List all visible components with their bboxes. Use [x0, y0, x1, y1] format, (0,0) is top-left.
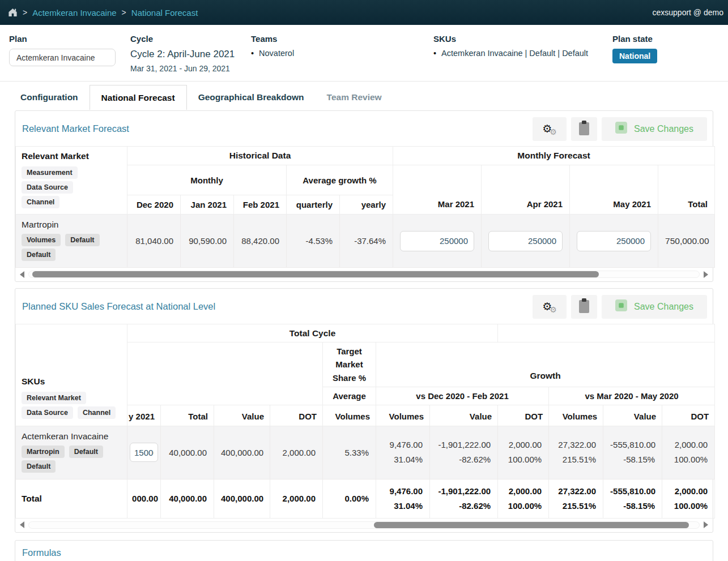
tag-measurement: Measurement — [22, 166, 78, 179]
planned-sku-forecast-table: SKUs Relevant Market Data SourceChannel … — [15, 324, 715, 519]
cell-g1-value: -1,901,222.00-82.62% — [430, 479, 498, 518]
entity-column-header: SKUs Relevant Market Data SourceChannel — [16, 324, 127, 426]
plan-select-input[interactable] — [9, 49, 116, 66]
cycle-date-range: Mar 31, 2021 - Jun 29, 2021 — [130, 64, 251, 73]
clipboard-button[interactable] — [571, 117, 597, 141]
scroll-right-arrow[interactable] — [704, 521, 708, 528]
save-changes-button[interactable]: Save Changes — [602, 295, 707, 319]
col-g2-dot: DOT — [662, 405, 715, 426]
forecast-input-apr-2021[interactable] — [488, 231, 563, 251]
panel-header: Relevant Market Forecast ⚙⚙ Save Changes — [15, 111, 713, 146]
col-yearly: yearly — [340, 195, 393, 215]
entity-header-title: SKUs — [22, 376, 121, 387]
breadcrumb-current-page[interactable]: National Forecast — [131, 8, 198, 18]
cell-forecast-total: 750,000.00 — [658, 215, 715, 268]
plan-summary-header: Plan Cycle Cycle 2: April-June 2021 Mar … — [0, 25, 728, 82]
sku-forecast-input-may-2021[interactable] — [130, 443, 158, 462]
panel-title: Relevant Market Forecast — [21, 123, 129, 134]
col-dot: DOT — [270, 405, 323, 426]
col-g1-volumes: Volumes — [376, 405, 430, 426]
scrollbar-thumb[interactable] — [374, 522, 689, 528]
settings-button[interactable]: ⚙⚙ — [533, 117, 567, 141]
entity-column-header: Relevant Market MeasurementData Source C… — [16, 147, 127, 215]
breadcrumb: > Actemkeran Invacaine > National Foreca… — [8, 8, 198, 18]
home-icon[interactable] — [8, 8, 18, 17]
tag-channel: Channel — [22, 196, 59, 208]
breadcrumb-plan-link[interactable]: Actemkeran Invacaine — [32, 8, 116, 18]
cell-value: 400,000.00 — [214, 426, 270, 479]
cell-jan-2021: 90,590.00 — [181, 215, 234, 268]
col-value: Value — [214, 405, 270, 426]
col-may-2021: May 2021 — [570, 165, 658, 215]
cell-growth-yearly: -37.64% — [340, 215, 393, 268]
panel-title: Planned SKU Sales Forecast at National L… — [21, 301, 215, 312]
tag-default: Default — [22, 460, 56, 473]
cell-dec-2020: 81,040.00 — [127, 215, 181, 268]
cycle-label: Cycle — [130, 34, 251, 44]
scroll-left-arrow[interactable] — [20, 271, 24, 278]
breadcrumb-separator: > — [122, 8, 126, 17]
cell-forecast-apr — [482, 215, 570, 268]
historical-data-group-header: Historical Data — [127, 147, 393, 165]
tab-geographical-breakdown[interactable]: Geographical Breakdown — [187, 85, 316, 110]
tag-volumes: Volumes — [22, 234, 61, 246]
monthly-forecast-group-header: Monthly Forecast — [393, 147, 715, 165]
tag-martropin: Martropin — [22, 446, 65, 458]
formulas-panel: Formulas Average Growthquarterly = ( Sal… — [15, 540, 713, 561]
cell-forecast-may — [570, 215, 658, 268]
clipboard-button[interactable] — [571, 295, 597, 319]
settings-button[interactable]: ⚙⚙ — [533, 295, 567, 319]
scroll-right-arrow[interactable] — [704, 271, 708, 278]
vs-dec-feb-header: vs Dec 2020 - Feb 2021 — [376, 387, 549, 405]
vs-mar-may-header: vs Mar 2020 - May 2020 — [549, 387, 715, 405]
cell-g2-volumes: 27,322.00215.51% — [549, 479, 603, 518]
col-jan-2021: Jan 2021 — [181, 195, 234, 215]
target-market-share-header: Target Market Share % — [323, 342, 376, 387]
clipboard-icon — [578, 298, 590, 315]
forecast-input-may-2021[interactable] — [577, 231, 651, 251]
relevant-market-forecast-panel: Relevant Market Forecast ⚙⚙ Save Changes — [15, 110, 713, 282]
gear-small-icon: ⚙ — [550, 128, 557, 136]
teams-block: Teams • Novaterol — [251, 34, 433, 73]
sku-row-actemkeran-invacaine: Actemkeran Invacaine MartropinDefault De… — [16, 426, 715, 479]
tag-default: Default — [22, 249, 56, 261]
tab-national-forecast[interactable]: National Forecast — [90, 85, 187, 110]
scrollbar-track[interactable] — [28, 521, 700, 529]
col-g1-value: Value — [430, 405, 498, 426]
gear-small-icon: ⚙ — [550, 306, 557, 314]
col-total: Total — [161, 405, 214, 426]
cell-value: 400,000.00 — [214, 479, 270, 518]
scrollbar-thumb[interactable] — [32, 271, 599, 277]
entity-header-title: Relevant Market — [22, 151, 121, 161]
growth-group-header: Growth — [376, 342, 715, 387]
tag-data-source: Data Source — [22, 181, 73, 194]
tag-default: Default — [65, 234, 99, 246]
cell-growth-quarterly: -4.53% — [287, 215, 340, 268]
tag-default: Default — [69, 446, 103, 458]
col-may-2021-partial: y 2021 — [127, 405, 161, 426]
sku-name: Actemkeran Invacaine — [22, 431, 121, 442]
col-feb-2021: Feb 2021 — [234, 195, 287, 215]
scroll-left-arrow[interactable] — [20, 521, 24, 528]
forecast-input-mar-2021[interactable] — [400, 231, 474, 251]
sku-name: Actemkeran Invacaine | Default | Default — [441, 49, 588, 58]
tab-configuration[interactable]: Configuration — [9, 85, 90, 110]
cell-g2-value: -555,810.00-58.15% — [603, 479, 662, 518]
skus-block: SKUs • Actemkeran Invacaine | Default | … — [433, 34, 612, 73]
avg-growth-subgroup-header: Average growth % — [287, 165, 393, 195]
col-quarterly: quarterly — [287, 195, 340, 215]
team-name: Novaterol — [259, 49, 294, 58]
save-changes-button[interactable]: Save Changes — [602, 117, 707, 141]
tab-team-review[interactable]: Team Review — [316, 85, 393, 110]
cell-g1-dot: 2,000.00100.00% — [498, 479, 549, 518]
save-icon — [615, 122, 627, 136]
user-account-label[interactable]: cexsupport @ demo — [653, 8, 724, 17]
tag-relevant-market: Relevant Market — [22, 392, 86, 404]
col-apr-2021: Apr 2021 — [482, 165, 570, 215]
col-g1-dot: DOT — [498, 405, 549, 426]
tag-data-source: Data Source — [22, 406, 73, 419]
plan-label: Plan — [9, 34, 130, 44]
teams-label: Teams — [251, 34, 433, 44]
bullet-icon: • — [251, 49, 254, 58]
scrollbar-track[interactable] — [28, 271, 700, 278]
